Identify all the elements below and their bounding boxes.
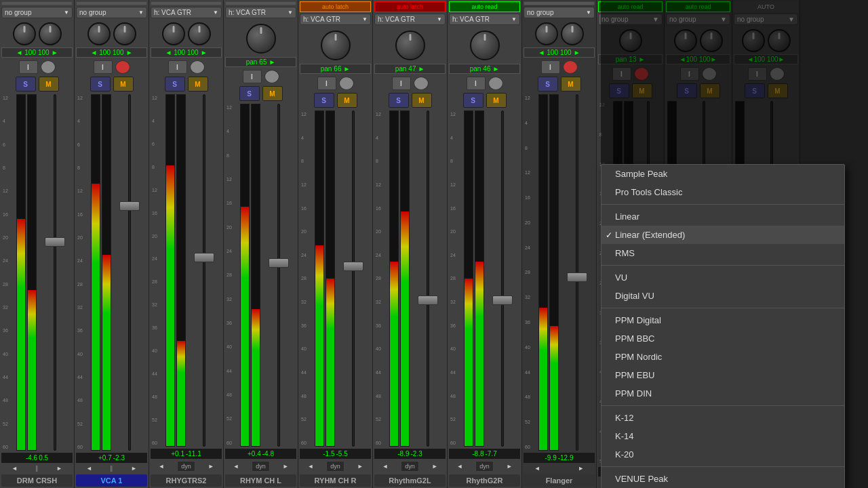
fader-handle-rhymchl[interactable] (269, 258, 289, 268)
menu-item-digital-vu[interactable]: Digital VU (601, 287, 844, 305)
solo-btn-rhythmg2l[interactable]: S (389, 93, 409, 108)
insert-btn-drm[interactable]: I (19, 60, 38, 74)
menu-item-ppm-bbc[interactable]: PPM BBC (601, 329, 844, 348)
fader-vca1[interactable] (113, 94, 146, 451)
fader-handle-rhygtrs2[interactable] (194, 253, 214, 262)
knob-r-rhygtrs2[interactable] (188, 22, 211, 45)
auto-mode-ryhmchr[interactable]: auto latch (300, 1, 371, 12)
insert-btn-vca1[interactable]: I (94, 60, 113, 74)
auto-mode-rhygtrs2[interactable] (151, 1, 222, 5)
mute-btn-rhygtrs2[interactable]: M (188, 77, 208, 92)
group-ryhmchr[interactable]: h: VCA GTR ▼ (300, 14, 371, 25)
insert-btn-flanger[interactable]: I (541, 60, 560, 74)
solo-btn-rhygtrs2[interactable]: S (165, 77, 185, 92)
knob-l-drm[interactable] (13, 22, 36, 45)
group-drm[interactable]: no group ▼ (1, 7, 73, 18)
fader-ryhmchr[interactable] (336, 110, 370, 447)
menu-item-venue-peak[interactable]: VENUE Peak (601, 470, 844, 488)
fader-flanger[interactable] (560, 94, 593, 451)
channel-name-vca1[interactable]: VCA 1 (76, 474, 147, 487)
auto-mode-rhythmg2l[interactable]: auto latch (374, 1, 446, 12)
mute-btn-drm[interactable]: M (39, 77, 59, 92)
group-flanger[interactable]: no group ▼ (524, 7, 595, 18)
menu-item-ppm-nordic[interactable]: PPM Nordic (601, 348, 844, 366)
menu-item-vu[interactable]: VU (601, 268, 844, 287)
rec-btn-ryhmchr[interactable] (339, 77, 354, 90)
mute-btn-rhythg2r[interactable]: M (486, 93, 507, 108)
insert-btn-rhygtrs2[interactable]: I (168, 60, 187, 74)
knob-r-flanger[interactable] (561, 22, 584, 45)
group-vca1[interactable]: no group ▼ (76, 7, 147, 18)
menu-item-k20[interactable]: K-20 (601, 445, 844, 464)
rec-btn-drm[interactable] (41, 60, 56, 74)
fader-handle-flanger[interactable] (567, 272, 587, 282)
knob-rhythmg2l[interactable] (395, 30, 425, 60)
solo-btn-drm[interactable]: S (16, 77, 36, 92)
group-rhymchl[interactable]: h: VCA GTR ▼ (225, 7, 296, 18)
auto-mode-flanger[interactable] (524, 1, 595, 5)
solo-btn-flanger[interactable]: S (538, 77, 558, 92)
group-rhygtrs2[interactable]: h: VCA GTR ▼ (151, 7, 222, 18)
group-rhythmg2l[interactable]: h: VCA GTR ▼ (374, 14, 446, 25)
fader-handle-rhythmg2l[interactable] (418, 296, 438, 305)
fader-handle-vca1[interactable] (119, 201, 140, 211)
menu-item-linear[interactable]: Linear (601, 207, 844, 226)
mute-btn-rhymchl[interactable]: M (262, 86, 283, 101)
solo-btn-ryhmchr[interactable]: S (314, 93, 334, 108)
dyn-btn-ryhmchr[interactable]: dyn (326, 461, 344, 472)
knob-ryhmchr[interactable] (321, 30, 351, 60)
mute-btn-ryhmchr[interactable]: M (337, 93, 357, 108)
rec-btn-vca1[interactable] (115, 60, 130, 74)
rec-btn-rhymchl[interactable] (264, 70, 279, 83)
fader-drm[interactable] (38, 94, 71, 451)
channel-name-rhythg2r[interactable]: RhythG2R (449, 474, 520, 487)
menu-item-rms[interactable]: RMS (601, 244, 844, 262)
menu-item-ppm-din[interactable]: PPM DIN (601, 384, 844, 403)
rec-btn-rhythmg2l[interactable] (414, 77, 429, 90)
fader-handle-rhythg2r[interactable] (492, 296, 513, 305)
fader-handle-ryhmchr[interactable] (343, 262, 363, 271)
menu-item-ppm-digital[interactable]: PPM Digital (601, 311, 844, 329)
menu-item-k12[interactable]: K-12 (601, 409, 844, 427)
knob-r-vca1[interactable] (113, 22, 136, 45)
group-rhythg2r[interactable]: h: VCA GTR ▼ (449, 14, 520, 25)
mute-btn-flanger[interactable]: M (561, 77, 581, 92)
fader-rhygtrs2[interactable] (187, 94, 220, 447)
auto-mode-rhymchl[interactable] (225, 1, 296, 5)
knob-l-flanger[interactable] (535, 22, 558, 45)
mute-btn-vca1[interactable]: M (113, 77, 134, 92)
fader-handle-drm[interactable] (45, 237, 65, 247)
mute-btn-rhythmg2l[interactable]: M (412, 93, 432, 108)
arrow-r-drm[interactable]: ► (56, 465, 62, 472)
knob-rhythg2r[interactable] (470, 30, 500, 60)
menu-item-pro-tools[interactable]: Pro Tools Classic (601, 183, 844, 201)
solo-btn-rhythg2r[interactable]: S (463, 93, 484, 108)
dyn-btn-rhythg2r[interactable]: dyn (475, 461, 494, 472)
fader-rhymchl[interactable] (262, 104, 295, 447)
menu-item-ppm-ebu[interactable]: PPM EBU (601, 366, 844, 384)
auto-mode-vca1[interactable] (76, 1, 147, 5)
arrow-l-drm[interactable]: ◄ (12, 465, 18, 472)
auto-mode-drm[interactable] (1, 1, 73, 5)
knob-rhymchl[interactable] (246, 24, 276, 54)
knob-l-vca1[interactable] (87, 22, 111, 45)
solo-btn-rhymchl[interactable]: S (239, 86, 260, 101)
solo-btn-vca1[interactable]: S (90, 77, 111, 92)
insert-btn-rhymchl[interactable]: I (243, 70, 262, 83)
insert-btn-ryhmchr[interactable]: I (317, 77, 336, 90)
channel-name-rhymchl[interactable]: RHYM CH L (225, 474, 296, 487)
menu-item-linear-ext[interactable]: ✓ Linear (Extended) (601, 226, 844, 244)
channel-name-drm[interactable]: DRM CRSH (1, 474, 73, 487)
rec-btn-rhygtrs2[interactable] (190, 60, 205, 74)
insert-btn-rhythmg2l[interactable]: I (392, 77, 411, 90)
rec-btn-flanger[interactable] (563, 60, 578, 74)
rec-btn-rhythg2r[interactable] (488, 77, 503, 90)
auto-mode-rhythg2r[interactable]: auto read (449, 1, 520, 12)
fader-rhythmg2l[interactable] (411, 110, 444, 447)
channel-name-rhythmg2l[interactable]: RhythmG2L (374, 474, 446, 487)
channel-name-ryhmchr[interactable]: RYHM CH R (300, 474, 371, 487)
dyn-btn-rhymchl[interactable]: dyn (252, 461, 270, 472)
insert-btn-rhythg2r[interactable]: I (467, 77, 486, 90)
channel-name-flanger[interactable]: Flanger (524, 474, 595, 487)
menu-item-k14[interactable]: K-14 (601, 427, 844, 445)
